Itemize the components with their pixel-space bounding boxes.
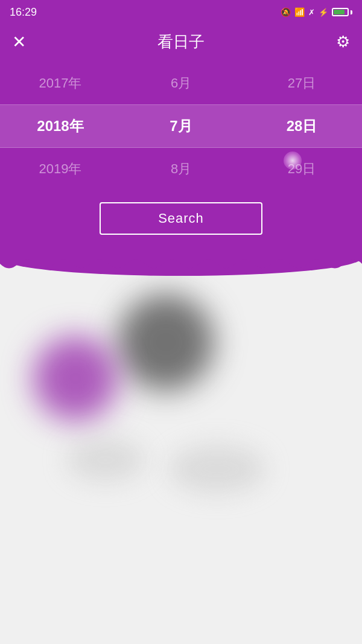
page-title: 看日子 xyxy=(157,31,205,53)
glitter-decoration xyxy=(284,151,302,170)
day-cell-0: 27日 xyxy=(241,74,362,92)
settings-button[interactable]: ⚙ xyxy=(336,33,350,51)
search-button-container: Search xyxy=(0,190,362,252)
date-row-1[interactable]: 2018年 7月 28日 xyxy=(0,105,362,147)
status-icons: 🔕 📶 ✗ ⚡ xyxy=(281,7,352,17)
mute-icon: 🔕 xyxy=(281,7,291,17)
status-time: 16:29 xyxy=(10,6,37,19)
month-cell-2: 8月 xyxy=(121,160,241,178)
wifi-icon: 📶 xyxy=(294,7,305,17)
month-cell-0: 6月 xyxy=(121,74,241,92)
date-row-0[interactable]: 2017年 6月 27日 xyxy=(0,62,362,104)
year-cell-2: 2019年 xyxy=(0,160,121,178)
header-area: ✕ 看日子 ⚙ 2017年 6月 27日 2018年 7月 28日 2019年 … xyxy=(0,24,362,252)
signal-icon: ✗ xyxy=(308,8,315,17)
purple-circle-decoration xyxy=(33,336,118,421)
year-cell-0: 2017年 xyxy=(0,74,121,92)
charging-icon: ⚡ xyxy=(319,8,328,17)
search-button[interactable]: Search xyxy=(100,202,262,235)
wavy-divider xyxy=(0,252,362,276)
content-area xyxy=(0,276,362,596)
year-cell-1: 2018年 xyxy=(0,116,121,136)
month-cell-1: 7月 xyxy=(121,116,241,136)
light-circle-1-decoration xyxy=(66,439,145,481)
day-cell-1: 28日 xyxy=(241,116,362,136)
title-bar: ✕ 看日子 ⚙ xyxy=(0,24,362,62)
day-cell-2: 29日 xyxy=(241,160,362,178)
date-row-2[interactable]: 2019年 8月 29日 xyxy=(0,148,362,190)
close-button[interactable]: ✕ xyxy=(12,34,26,51)
dark-circle-decoration xyxy=(118,294,214,391)
status-bar: 16:29 🔕 📶 ✗ ⚡ xyxy=(0,0,362,24)
date-picker: 2017年 6月 27日 2018年 7月 28日 2019年 8月 29日 xyxy=(0,62,362,190)
light-circle-2-decoration xyxy=(169,445,265,493)
battery-icon xyxy=(332,8,352,16)
